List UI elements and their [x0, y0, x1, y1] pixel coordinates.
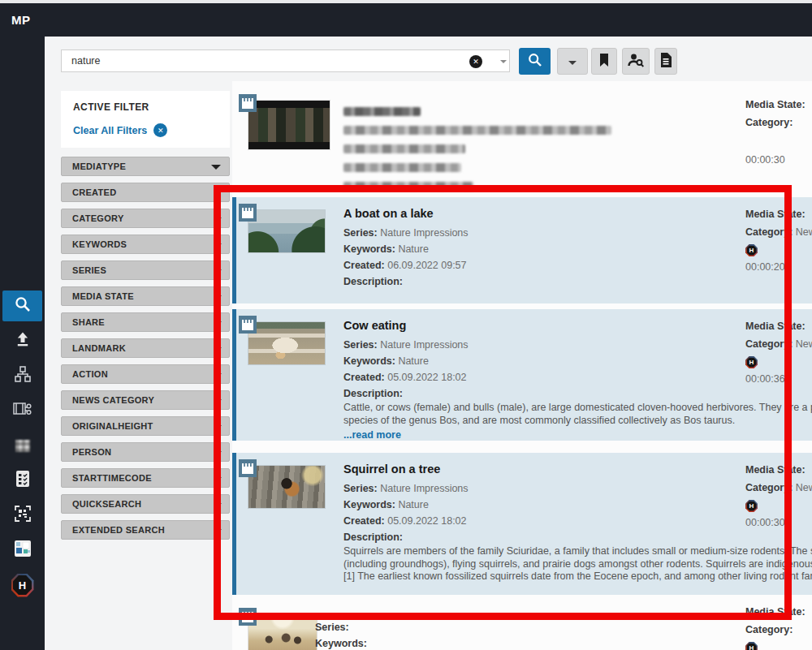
video-badge-icon — [239, 316, 257, 334]
chevron-down-icon — [215, 295, 222, 299]
description-label: Description: — [343, 529, 812, 545]
description-line: (including groundhogs), flying squirrels… — [343, 558, 812, 571]
result-row[interactable]: Squirrel on a treeSeries: Nature Impress… — [232, 453, 812, 595]
result-row[interactable]: Media State:Category:00:00:30 — [232, 88, 812, 187]
result-title[interactable]: Squirrel on a tree — [343, 459, 812, 480]
chevron-down-icon — [215, 243, 222, 247]
series-line: Series: Nature Impressions — [343, 225, 812, 241]
sidebar-item-apps[interactable] — [0, 535, 45, 566]
checklist-icon — [14, 469, 32, 492]
media-state-line: Media State: — [745, 205, 812, 223]
category-line: Category: News — [745, 223, 812, 241]
redacted-line — [343, 182, 473, 191]
category-line: Category: — [745, 114, 812, 131]
search-button[interactable] — [519, 48, 551, 75]
filter-bar-category[interactable]: CATEGORY — [61, 209, 230, 228]
thumbnail[interactable] — [239, 204, 344, 269]
chevron-down-icon — [215, 192, 222, 195]
sidebar-item-search[interactable] — [2, 291, 42, 321]
chevron-down-icon — [211, 165, 221, 170]
filter-bar-news-category[interactable]: NEWS CATEGORY — [61, 390, 230, 410]
chevron-down-icon — [215, 347, 222, 351]
series-line: Series: — [315, 619, 812, 635]
duration-text: 00:00:20 — [745, 258, 812, 276]
redacted-line — [343, 163, 461, 172]
series-line: Series: Nature Impressions — [343, 337, 812, 353]
search-options-button[interactable] — [557, 48, 588, 75]
sidebar-item-brand[interactable]: H — [0, 570, 45, 600]
chevron-down-icon — [215, 269, 222, 273]
thumbnail[interactable] — [239, 316, 344, 381]
thumbnail[interactable] — [239, 94, 344, 159]
document-button[interactable] — [654, 48, 677, 75]
app-logo: MP — [11, 3, 31, 37]
sidebar-item-workflow[interactable] — [0, 360, 45, 391]
sidebar-item-upload[interactable] — [0, 325, 45, 356]
clear-search-icon[interactable]: ✕ — [469, 55, 482, 68]
media-state-line: Media State: — [745, 603, 812, 621]
result-right-column: Media State:Category: NewsH00:00:30 — [745, 461, 812, 532]
created-line: Created: 06.09.2022 09:57 — [343, 257, 812, 273]
sidebar-icons: H — [0, 291, 45, 600]
filter-bar-landmark[interactable]: LANDMARK — [61, 338, 230, 358]
qr-scan-icon — [13, 504, 32, 527]
chevron-down-icon — [215, 399, 222, 402]
result-right-column: Media State:Category:00:00:30 — [745, 96, 812, 169]
filter-bar-share[interactable]: SHARE — [61, 312, 230, 332]
active-filter-card: ACTIVE FILTER Clear All Filters ✕ — [61, 91, 230, 148]
search-input[interactable] — [61, 50, 510, 72]
filter-bar-originalheight[interactable]: ORIGINALHEIGHT — [61, 416, 230, 436]
chevron-down-icon — [215, 321, 222, 325]
keywords-line: Keywords: Nature — [343, 353, 812, 369]
caret-down-icon — [568, 61, 577, 65]
chevron-down-icon — [215, 451, 222, 454]
filter-bar-extended-search[interactable]: EXTENDED SEARCH — [61, 520, 230, 540]
result-row[interactable]: A boat on a lakeSeries: Nature Impressio… — [232, 197, 812, 303]
category-line: Category: — [745, 621, 812, 639]
filter-bar-starttimecode[interactable]: STARTTIMECODE — [61, 468, 230, 488]
redacted-title — [343, 107, 421, 116]
person-search-button[interactable] — [622, 48, 650, 75]
read-more-link[interactable]: ...read more — [343, 429, 401, 441]
filter-bar-created[interactable]: CREATED — [61, 183, 230, 202]
description-line: Squirrels are members of the family Sciu… — [343, 545, 812, 558]
duration-text: 00:00:30 — [745, 151, 812, 169]
sidebar-item-checklist[interactable] — [0, 465, 45, 496]
result-title[interactable]: A boat on a lake — [343, 204, 812, 225]
video-badge-icon — [239, 94, 257, 112]
media-state-H-icon: H — [745, 244, 758, 256]
circle-x-icon: ✕ — [153, 123, 167, 137]
chevron-down-icon — [215, 529, 222, 532]
filter-bar-series[interactable]: SERIES — [61, 260, 230, 280]
search-input-caret-icon[interactable] — [500, 60, 507, 63]
created-line: Created: 05.09.2022 18:02 — [343, 369, 812, 385]
media-state-line: Media State: — [745, 461, 812, 479]
chevron-down-icon — [215, 425, 222, 428]
filter-bar-person[interactable]: PERSON — [61, 442, 230, 462]
result-title[interactable]: Cow eating — [343, 316, 812, 337]
sidebar-item-qr-scan[interactable] — [0, 500, 45, 531]
thumbnail[interactable] — [239, 459, 344, 524]
chevron-down-icon — [215, 503, 222, 506]
upload-icon — [14, 330, 32, 351]
bookmark-button[interactable] — [591, 48, 617, 75]
person-search-icon — [627, 52, 645, 71]
media-state-H-icon: H — [745, 500, 758, 512]
clear-all-filters-link[interactable]: Clear All Filters ✕ — [73, 123, 167, 137]
redacted-icon — [15, 440, 30, 452]
created-line: Created: 05.09.2022 18:02 — [343, 513, 812, 529]
result-row[interactable]: Cow eatingSeries: Nature ImpressionsKeyw… — [232, 309, 812, 441]
filter-bar-action[interactable]: ACTION — [61, 364, 230, 384]
keywords-line: Keywords: — [315, 635, 812, 650]
description-line: [1] The earliest known fossilized squirr… — [343, 570, 812, 583]
video-badge-icon — [239, 608, 257, 626]
top-bar: MP — [0, 3, 812, 37]
sidebar-item-video-edit[interactable] — [0, 395, 45, 426]
filter-bar-media-state[interactable]: MEDIA STATE — [61, 286, 230, 306]
filter-bar-mediatype[interactable]: MEDIATYPE — [61, 157, 230, 176]
result-row[interactable]: Series:Keywords:Media State:Category:H — [232, 601, 812, 650]
filter-bar-keywords[interactable]: KEYWORDS — [61, 235, 230, 254]
filter-list: MEDIATYPECREATEDCATEGORYKEYWORDSSERIESME… — [61, 157, 230, 546]
sidebar-item-redacted[interactable] — [0, 430, 45, 461]
filter-bar-quicksearch[interactable]: QUICKSEARCH — [61, 494, 230, 514]
